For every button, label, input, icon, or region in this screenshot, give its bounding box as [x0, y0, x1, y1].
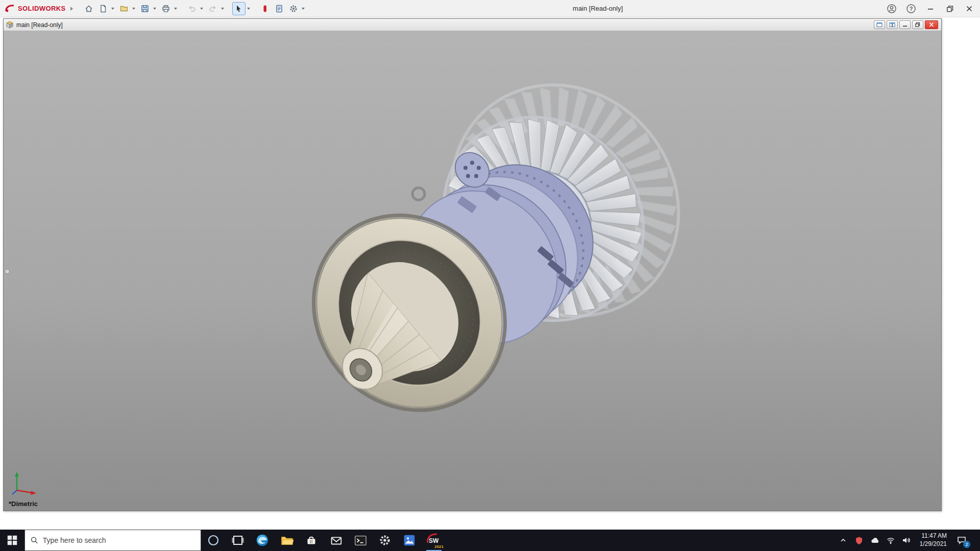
settings-button[interactable]	[373, 530, 397, 551]
hidden-icons-button[interactable]	[838, 535, 848, 545]
document-window-controls	[874, 20, 939, 29]
options-dropdown-icon[interactable]	[302, 8, 305, 10]
gear-icon	[289, 4, 298, 13]
select-dropdown-icon[interactable]	[247, 8, 250, 10]
select-tool-button[interactable]	[232, 2, 246, 15]
svg-text:?: ?	[910, 6, 913, 12]
store-icon	[304, 533, 318, 547]
new-document-dropdown-icon[interactable]	[111, 8, 114, 10]
volume-tray-button[interactable]	[901, 535, 912, 545]
new-document-button[interactable]	[96, 2, 110, 15]
jet-engine-model[interactable]	[4, 31, 941, 511]
document-title: main [Read-only]	[16, 21, 63, 29]
print-button[interactable]	[159, 2, 173, 15]
save-dropdown-icon[interactable]	[153, 8, 156, 10]
titlebar-controls: ?	[886, 0, 975, 17]
terminal-icon	[353, 533, 368, 547]
screen: SOLIDWORKS	[0, 0, 980, 551]
close-icon	[965, 5, 973, 13]
solidworks-swoosh-icon	[5, 5, 15, 13]
restore-button[interactable]	[944, 3, 955, 14]
panel-collapse-handle[interactable]	[5, 269, 10, 274]
tile-vertical-icon	[889, 22, 895, 28]
help-button[interactable]: ?	[905, 3, 917, 14]
taskbar-clock[interactable]: 11:47 AM 1/29/2021	[917, 532, 949, 548]
orientation-triad[interactable]	[10, 463, 42, 495]
new-document-icon	[99, 4, 108, 13]
terminal-button[interactable]	[348, 530, 373, 551]
doc-close-icon	[928, 22, 935, 28]
rebuild-icon	[260, 4, 270, 13]
menu-expand-icon[interactable]	[70, 7, 73, 11]
save-icon	[140, 4, 150, 13]
open-button[interactable]	[117, 2, 131, 15]
redo-dropdown-icon[interactable]	[221, 8, 224, 10]
shield-icon	[855, 536, 863, 545]
search-input[interactable]	[43, 536, 195, 544]
save-button[interactable]	[138, 2, 152, 15]
minimize-button[interactable]	[925, 3, 936, 14]
redo-icon	[208, 4, 217, 13]
undo-button[interactable]	[185, 2, 199, 15]
print-icon	[161, 4, 170, 13]
restore-icon	[946, 5, 954, 13]
rebuild-button[interactable]	[258, 2, 272, 15]
wifi-icon	[886, 536, 895, 544]
speaker-icon	[902, 536, 911, 544]
clock-date: 1/29/2021	[920, 540, 947, 548]
mail-button[interactable]	[324, 530, 348, 551]
edge-icon	[255, 533, 270, 547]
notification-badge: 2	[963, 541, 970, 548]
taskbar-search[interactable]	[24, 530, 201, 551]
file-properties-button[interactable]	[273, 2, 286, 15]
view-orientation-label: *Dimetric	[9, 500, 38, 508]
doc-minimize-icon	[902, 22, 908, 28]
redo-button[interactable]	[206, 2, 219, 15]
doc-close-button[interactable]	[925, 20, 938, 29]
minimize-icon	[926, 5, 935, 13]
tile-horizontal-button[interactable]	[874, 20, 885, 29]
app-window-title: main [Read-only]	[573, 5, 623, 12]
home-button[interactable]	[82, 2, 95, 15]
cortana-button[interactable]	[201, 530, 226, 551]
windows-logo-icon	[6, 534, 18, 546]
undo-icon	[187, 4, 197, 13]
document-titlebar[interactable]: main [Read-only]	[4, 19, 941, 31]
onedrive-tray-button[interactable]	[870, 535, 880, 545]
network-tray-button[interactable]	[886, 535, 896, 545]
brand-name: SOLIDWORKS	[18, 5, 66, 12]
account-button[interactable]	[886, 3, 897, 14]
cortana-icon	[207, 534, 220, 547]
photos-icon	[402, 533, 416, 547]
security-tray-button[interactable]	[854, 535, 864, 545]
taskbar: SW 2021	[0, 530, 980, 551]
undo-dropdown-icon[interactable]	[200, 8, 203, 10]
mail-icon	[329, 533, 343, 547]
tile-vertical-button[interactable]	[887, 20, 898, 29]
file-properties-icon	[275, 4, 284, 13]
search-icon	[31, 536, 38, 544]
tile-horizontal-icon	[876, 22, 883, 28]
doc-restore-button[interactable]	[912, 20, 923, 29]
photos-button[interactable]	[397, 530, 422, 551]
print-dropdown-icon[interactable]	[174, 8, 177, 10]
options-button[interactable]	[287, 2, 300, 15]
doc-minimize-button[interactable]	[899, 20, 911, 29]
system-tray: 11:47 AM 1/29/2021 2	[838, 530, 980, 551]
task-view-button[interactable]	[226, 530, 250, 551]
start-button[interactable]	[0, 530, 24, 551]
file-explorer-button[interactable]	[275, 530, 299, 551]
edge-button[interactable]	[250, 530, 275, 551]
select-arrow-icon	[234, 4, 243, 13]
action-center-button[interactable]: 2	[955, 534, 968, 547]
file-explorer-icon	[280, 533, 294, 547]
app-titlebar: SOLIDWORKS	[0, 0, 980, 17]
open-folder-icon	[119, 4, 129, 13]
store-button[interactable]	[299, 530, 324, 551]
solidworks-taskbar-button[interactable]: SW 2021	[422, 530, 446, 551]
help-icon: ?	[906, 4, 916, 14]
clock-time: 11:47 AM	[920, 532, 947, 540]
close-button[interactable]	[964, 3, 975, 14]
open-dropdown-icon[interactable]	[132, 8, 135, 10]
graphics-viewport[interactable]: *Dimetric	[4, 31, 941, 511]
